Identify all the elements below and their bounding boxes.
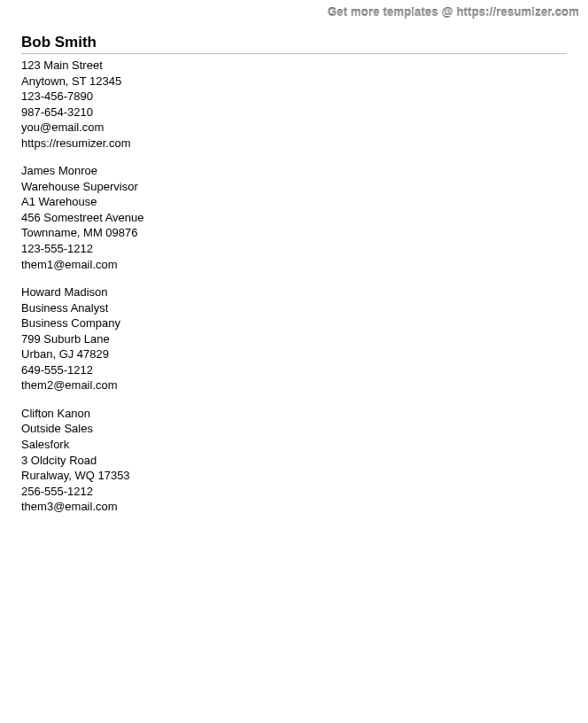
- reference-phone: 256-555-1212: [21, 484, 567, 500]
- reference-company: Business Company: [21, 315, 567, 331]
- applicant-city-state-zip: Anytown, ST 12345: [21, 74, 567, 89]
- reference-email: them2@email.com: [21, 377, 567, 393]
- reference-block: Clifton Kanon Outside Sales Salesfork 3 …: [21, 406, 567, 515]
- reference-block: Howard Madison Business Analyst Business…: [21, 284, 567, 393]
- reference-title: Outside Sales: [21, 421, 567, 437]
- reference-street: 3 Oldcity Road: [21, 453, 567, 469]
- promo-banner: Get more templates @ https://resumizer.c…: [328, 5, 579, 19]
- reference-name: James Monroe: [21, 163, 567, 179]
- reference-city-state-zip: Ruralway, WQ 17353: [21, 468, 567, 484]
- applicant-street: 123 Main Street: [21, 58, 567, 74]
- divider: [21, 53, 567, 54]
- reference-street: 456 Somestreet Avenue: [21, 210, 567, 226]
- reference-phone: 649-555-1212: [21, 362, 567, 378]
- reference-company: Salesfork: [21, 437, 567, 453]
- applicant-contact-block: 123 Main Street Anytown, ST 12345 123-45…: [21, 58, 567, 151]
- reference-city-state-zip: Urban, GJ 47829: [21, 346, 567, 362]
- reference-title: Business Analyst: [21, 300, 567, 316]
- reference-name: Howard Madison: [21, 284, 567, 300]
- applicant-name: Bob Smith: [21, 34, 567, 51]
- document-page: Bob Smith 123 Main Street Anytown, ST 12…: [0, 0, 588, 548]
- applicant-url: https://resumizer.com: [21, 136, 567, 152]
- reference-company: A1 Warehouse: [21, 194, 567, 210]
- applicant-email: you@email.com: [21, 120, 567, 136]
- reference-street: 799 Suburb Lane: [21, 331, 567, 347]
- reference-email: them3@email.com: [21, 499, 567, 515]
- applicant-phone2: 987-654-3210: [21, 105, 567, 120]
- reference-phone: 123-555-1212: [21, 241, 567, 257]
- reference-name: Clifton Kanon: [21, 406, 567, 422]
- applicant-phone1: 123-456-7890: [21, 89, 567, 105]
- reference-block: James Monroe Warehouse Supervisor A1 War…: [21, 163, 567, 272]
- reference-title: Warehouse Supervisor: [21, 179, 567, 195]
- reference-email: them1@email.com: [21, 257, 567, 273]
- reference-city-state-zip: Townname, MM 09876: [21, 225, 567, 241]
